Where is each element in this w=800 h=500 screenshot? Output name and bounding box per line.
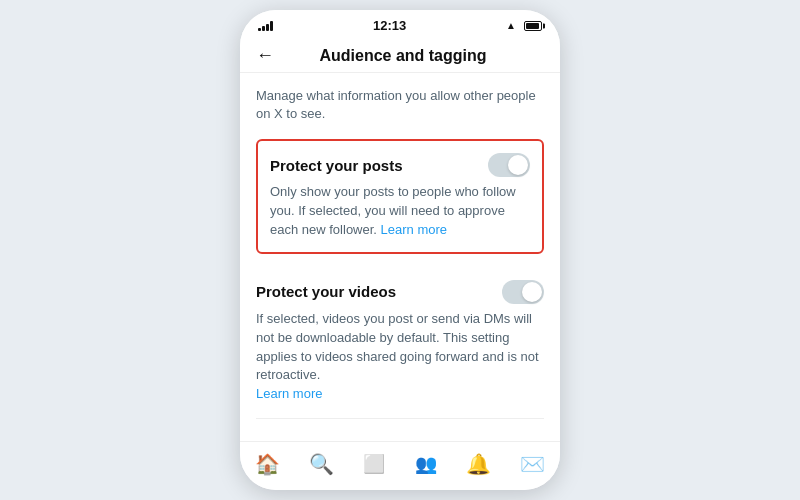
photo-tagging-section[interactable]: Photo tagging On ›: [256, 427, 544, 441]
nav-messages[interactable]: ✉️: [520, 452, 545, 476]
protect-posts-section: Protect your posts Only show your posts …: [256, 139, 544, 254]
status-time: 12:13: [373, 18, 406, 33]
status-bar: 12:13 ▲: [240, 10, 560, 37]
phone-container: 12:13 ▲ ← Audience and tagging Manage wh…: [240, 10, 560, 490]
back-button[interactable]: ←: [256, 45, 274, 66]
signal-area: [258, 21, 273, 31]
nav-bar: ← Audience and tagging: [240, 37, 560, 73]
protect-videos-desc: If selected, videos you post or send via…: [256, 310, 544, 404]
page-subtitle: Manage what information you allow other …: [256, 87, 544, 123]
wifi-icon: ▲: [506, 20, 516, 31]
content-area: Manage what information you allow other …: [240, 73, 560, 441]
bottom-nav: 🏠 🔍 ⬜ 👥 🔔 ✉️: [240, 441, 560, 490]
protect-videos-section: Protect your videos If selected, videos …: [256, 266, 544, 419]
battery-area: ▲: [506, 20, 542, 31]
nav-notifications[interactable]: 🔔: [466, 452, 491, 476]
battery-icon: [524, 21, 542, 31]
protect-videos-header: Protect your videos: [256, 280, 544, 304]
protect-videos-toggle[interactable]: [502, 280, 544, 304]
nav-home[interactable]: 🏠: [255, 452, 280, 476]
protect-posts-title: Protect your posts: [270, 157, 403, 174]
protect-videos-title: Protect your videos: [256, 283, 396, 300]
nav-communities[interactable]: 👥: [415, 453, 437, 475]
nav-search[interactable]: 🔍: [309, 452, 334, 476]
protect-posts-header: Protect your posts: [270, 153, 530, 177]
protect-posts-desc: Only show your posts to people who follo…: [270, 183, 530, 240]
protect-posts-learn-more[interactable]: Learn more: [381, 222, 447, 237]
signal-icon: [258, 21, 273, 31]
protect-posts-toggle[interactable]: [488, 153, 530, 177]
protect-videos-learn-more[interactable]: Learn more: [256, 386, 322, 401]
page-title: Audience and tagging: [286, 47, 520, 65]
nav-compose[interactable]: ⬜: [363, 453, 385, 475]
